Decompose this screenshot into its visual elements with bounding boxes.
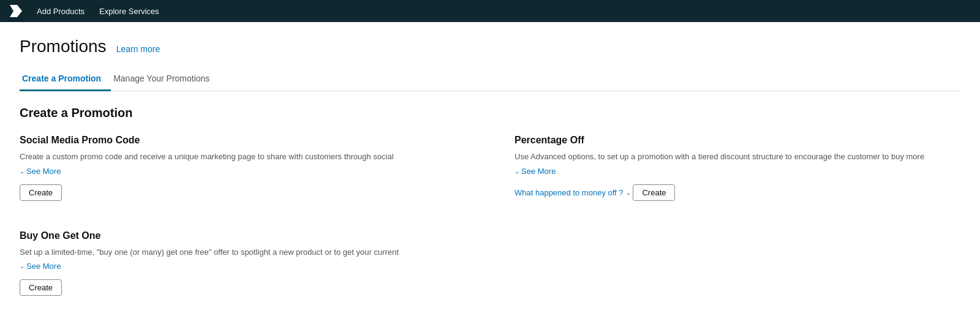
chevron-down-icon-bogo: ⌄ [20, 263, 24, 270]
promo-title-percentage-off: Percentage Off [514, 135, 960, 146]
chevron-down-icon: ⌄ [514, 168, 519, 175]
see-more-link-percentage-off[interactable]: ⌄ See More [514, 167, 556, 176]
promo-desc-social-media: Create a custom promo code and receive a… [20, 151, 466, 163]
promo-desc-percentage-off: Use Advanced options, to set up a promot… [514, 151, 960, 163]
promo-title-bogo: Buy One Get One [20, 230, 466, 241]
page-title: Promotions [20, 37, 107, 56]
tab-create-promotion[interactable]: Create a Promotion [20, 69, 111, 91]
explore-services-link[interactable]: Explore Services [99, 7, 159, 16]
what-happened-link[interactable]: What happened to money off ? ⌄ [514, 188, 631, 197]
chevron-down-icon-what-happened: ⌄ [626, 189, 631, 196]
add-products-link[interactable]: Add Products [37, 7, 85, 16]
page-content: Promotions Learn more Create a Promotion… [0, 22, 980, 311]
promo-card-social-media: Social Media Promo Code Create a custom … [20, 135, 466, 206]
promo-card-percentage-off: Percentage Off Use Advanced options, to … [514, 135, 960, 206]
learn-more-link[interactable]: Learn more [116, 44, 160, 54]
tabs-container: Create a Promotion Manage Your Promotion… [20, 69, 960, 91]
see-more-link-social-media[interactable]: ⌄ See More [20, 167, 61, 176]
promo-card-bogo: Buy One Get One Set up a limited-time, "… [20, 230, 466, 296]
page-heading: Promotions Learn more [20, 37, 960, 56]
see-more-link-bogo[interactable]: ⌄ See More [20, 262, 61, 271]
tab-manage-promotions[interactable]: Manage Your Promotions [111, 69, 219, 91]
create-promotion-title: Create a Promotion [20, 106, 960, 120]
promo-title-social-media: Social Media Promo Code [20, 135, 466, 146]
top-navigation: Add Products Explore Services [0, 0, 980, 22]
create-button-social-media[interactable]: Create [20, 184, 62, 201]
chevron-down-icon: ⌄ [20, 168, 24, 175]
promo-grid: Social Media Promo Code Create a custom … [20, 135, 960, 296]
logo-icon [10, 5, 22, 17]
create-button-bogo[interactable]: Create [20, 279, 62, 296]
promo-desc-bogo: Set up a limited-time, "buy one (or many… [20, 246, 466, 258]
create-button-percentage-off[interactable]: Create [633, 184, 675, 201]
